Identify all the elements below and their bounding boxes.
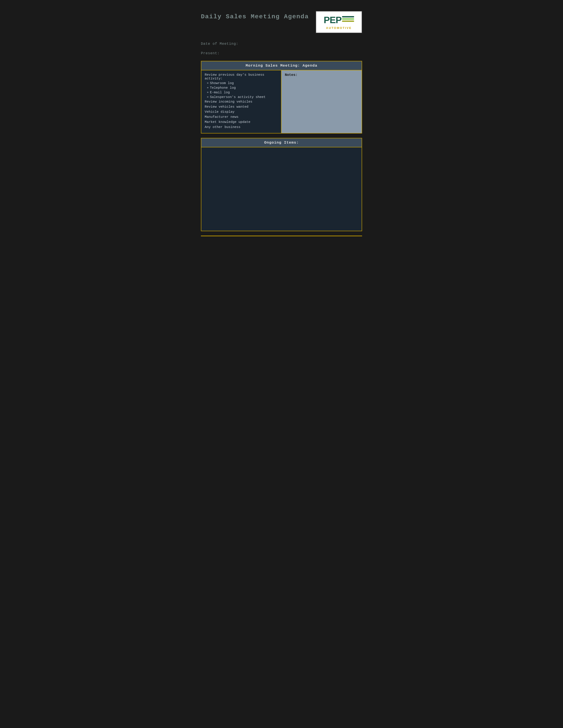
bullet-arrow-icon: » <box>207 95 209 99</box>
vehicle-display: Vehicle display <box>205 110 278 114</box>
page-title-container: Daily Sales Meeting Agenda <box>201 11 309 20</box>
bullet-showroom-log: » Showroom log <box>207 81 278 85</box>
market-knowledge-update: Market knowledge update <box>205 120 278 124</box>
bullet-showroom-text: Showroom log <box>210 81 234 85</box>
bullet-arrow-icon: » <box>207 81 209 85</box>
bullet-telephone-log: » Telephone log <box>207 86 278 90</box>
ongoing-items-table: Ongoing Items: <box>201 138 362 231</box>
logo-automotive-text: AUTOMOTIVE <box>326 26 352 30</box>
logo-text-group: PEP <box>324 15 354 25</box>
wave-olive <box>342 21 354 22</box>
ongoing-header: Ongoing Items: <box>201 138 362 147</box>
page: Daily Sales Meeting Agenda PEP AUTOMOTIV… <box>196 7 367 241</box>
review-incoming-vehicles: Review incoming vehicles <box>205 100 278 104</box>
bullet-salesperson-text: Salesperson's activity sheet <box>210 95 265 99</box>
logo: PEP AUTOMOTIVE <box>316 11 362 33</box>
page-header: Daily Sales Meeting Agenda PEP AUTOMOTIV… <box>201 11 362 33</box>
manufacturer-news: Manufacturer news <box>205 115 278 119</box>
bullet-arrow-icon: » <box>207 86 209 89</box>
bullet-salesperson-sheet: » Salesperson's activity sheet <box>207 95 278 99</box>
logo-pep-text: PEP <box>324 15 342 25</box>
review-intro: Review previous day's business activity: <box>205 73 278 81</box>
bullet-arrow-icon: » <box>207 91 209 94</box>
bullet-email-log: » E-mail log <box>207 91 278 94</box>
bullet-telephone-text: Telephone log <box>210 86 236 90</box>
notes-label: Notes: <box>285 73 358 77</box>
morning-agenda-header: Morning Sales Meeting: Agenda <box>201 61 362 70</box>
wave-dark <box>342 16 354 17</box>
page-title: Daily Sales Meeting Agenda <box>201 13 309 20</box>
wave-green <box>342 18 354 20</box>
ongoing-body-cell <box>201 147 362 231</box>
agenda-right-cell: Notes: <box>282 70 362 133</box>
any-other-business: Any other business <box>205 125 278 129</box>
meta-section: Date of Meeting: Present: <box>201 42 362 55</box>
morning-agenda-table: Morning Sales Meeting: Agenda Review pre… <box>201 61 362 133</box>
present-label: Present: <box>201 51 362 55</box>
agenda-body-row: Review previous day's business activity:… <box>201 70 362 133</box>
review-vehicles-wanted: Review vehicles wanted <box>205 105 278 109</box>
bullet-email-text: E-mail log <box>210 91 230 94</box>
date-label: Date of Meeting: <box>201 42 362 46</box>
agenda-left-cell: Review previous day's business activity:… <box>201 70 282 133</box>
logo-waves <box>342 16 354 22</box>
bottom-gold-line <box>201 236 362 236</box>
